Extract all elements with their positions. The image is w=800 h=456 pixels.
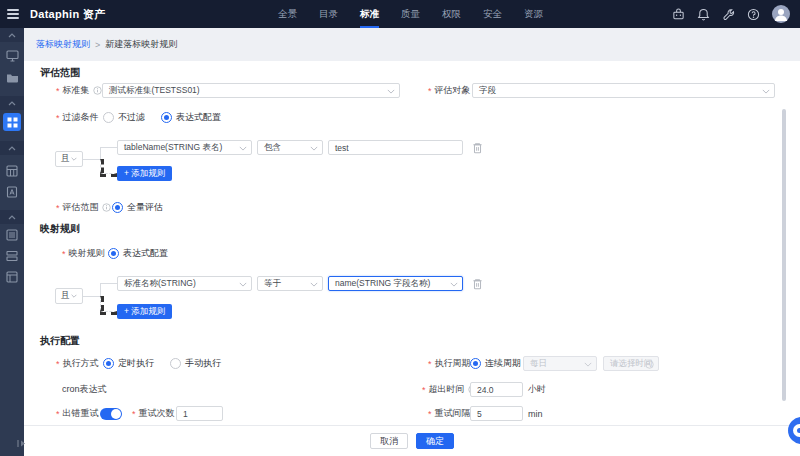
cancel-button[interactable]: 取消 (370, 433, 408, 449)
radio-expression-config[interactable]: 表达式配置 (161, 111, 221, 124)
rule1-value-input[interactable]: test (328, 140, 463, 155)
standard-set-select[interactable]: 测试标准集(TESTSS01) (102, 83, 400, 98)
sidebar-item-list-3[interactable] (0, 271, 24, 283)
connector-line (83, 296, 100, 297)
bell-icon[interactable] (697, 8, 710, 21)
mapping-radio-group: 表达式配置 (108, 246, 168, 260)
chevron-down-icon (71, 157, 77, 161)
retry-toggle-on[interactable] (100, 408, 122, 420)
user-avatar[interactable] (772, 5, 790, 23)
rule1-operator-select[interactable]: 包含 (257, 140, 323, 155)
tool-icon[interactable] (722, 8, 735, 21)
info-icon[interactable] (93, 86, 102, 95)
sidebar-item-list-2[interactable] (0, 250, 24, 262)
sidebar-item-dictionary[interactable] (0, 186, 24, 198)
mapping-rule-label: * 映射规则 (62, 246, 105, 261)
retry-interval-input[interactable]: 5 (470, 406, 523, 421)
confirm-button[interactable]: 确定 (416, 433, 454, 449)
radio-no-filter[interactable]: 不过滤 (103, 111, 145, 124)
nav-overview[interactable]: 全景 (278, 0, 297, 28)
delete-rule-icon[interactable] (472, 142, 483, 154)
rule2-field-select[interactable]: 标准名称(STRING) (117, 276, 252, 291)
required-marker: * (56, 359, 60, 369)
required-marker: * (56, 113, 60, 123)
chevron-down-icon (239, 282, 247, 287)
top-bar: Dataphin 资产 全景 目录 标准 质量 权限 安全 资源 (0, 0, 800, 28)
vertical-scrollbar[interactable] (782, 109, 786, 401)
frequency-select-disabled[interactable]: 每日 (523, 356, 597, 371)
section-title-mapping-rules: 映射规则 (40, 222, 80, 236)
sidebar-item-directory[interactable] (0, 72, 24, 83)
sidebar-group-toggle[interactable] (0, 141, 24, 155)
nav-security[interactable]: 安全 (483, 0, 502, 28)
form-panel: 评估范围 * 标准集 测试标准集(TESTSS01) * 评估对象 字段 * 过… (24, 61, 800, 425)
breadcrumb-parent-link[interactable]: 落标映射规则 (36, 38, 90, 51)
rule2-operator-select[interactable]: 等于 (257, 276, 323, 291)
retry-count-input[interactable]: 1 (176, 406, 223, 421)
breadcrumb: 落标映射规则 > 新建落标映射规则 (24, 28, 800, 61)
eval-scope-label: * 评估范围 (56, 200, 111, 215)
info-icon[interactable] (102, 203, 111, 212)
chevron-up-icon (8, 146, 16, 151)
section-title-eval-scope: 评估范围 (40, 66, 80, 80)
nav-catalog[interactable]: 目录 (319, 0, 338, 28)
nav-resource[interactable]: 资源 (524, 0, 543, 28)
radio-timed-execution[interactable]: 定时执行 (103, 357, 154, 370)
sidebar-item-tables[interactable] (0, 165, 24, 177)
nav-permission[interactable]: 权限 (442, 0, 461, 28)
sidebar-item-dashboard[interactable] (0, 50, 24, 62)
nav-standard[interactable]: 标准 (360, 0, 379, 28)
radio-full-evaluation[interactable]: 全量评估 (112, 201, 163, 214)
conjunction-select-2[interactable]: 且 (55, 288, 83, 304)
connector-line (100, 311, 117, 315)
sidebar-group-toggle[interactable] (0, 28, 24, 42)
nav-quality[interactable]: 质量 (401, 0, 420, 28)
expand-icon (16, 439, 27, 448)
retry-interval-unit: min (528, 406, 543, 421)
rows-icon (6, 250, 18, 262)
timeout-unit: 小时 (528, 382, 546, 397)
radio-manual-execution[interactable]: 手动执行 (170, 357, 221, 370)
chevron-up-icon (8, 33, 16, 38)
radio-icon (112, 202, 123, 213)
radio-mapping-expression[interactable]: 表达式配置 (108, 247, 168, 260)
add-rule-button-2[interactable]: + 添加规则 (117, 304, 172, 319)
conjunction-select-1[interactable]: 且 (55, 151, 83, 167)
standard-set-label: * 标准集 (56, 83, 102, 98)
required-marker: * (132, 409, 136, 419)
radio-icon (470, 358, 481, 369)
hamburger-menu-icon[interactable] (7, 9, 19, 19)
active-indicator (3, 113, 21, 131)
delete-rule-icon[interactable] (472, 278, 483, 290)
radio-icon (170, 358, 181, 369)
book-a-icon (6, 186, 18, 198)
add-rule-button-1[interactable]: + 添加规则 (117, 166, 172, 181)
eval-object-select[interactable]: 字段 (472, 83, 775, 98)
chevron-up-icon (8, 215, 16, 220)
topbar-actions (672, 0, 790, 28)
retry-interval-label: * 重试间隔 (428, 406, 471, 421)
sidebar-group-toggle[interactable] (0, 96, 24, 110)
workbench-icon[interactable] (672, 8, 685, 21)
sidebar-item-list-1[interactable] (0, 229, 24, 241)
section-title-exec-config: 执行配置 (40, 334, 80, 348)
brand-logo[interactable]: Dataphin 资产 (30, 0, 105, 28)
filter-radio-group: 不过滤 表达式配置 (103, 110, 221, 124)
time-picker-disabled[interactable]: 请选择时间 (603, 356, 659, 371)
required-marker: * (56, 409, 60, 419)
sidebar-group-toggle[interactable] (0, 210, 24, 224)
breadcrumb-separator: > (95, 40, 100, 50)
radio-continuous-cycle[interactable]: 连续周期 (470, 357, 521, 370)
radio-icon (103, 358, 114, 369)
connector-line (100, 147, 117, 148)
chevron-down-icon (450, 282, 458, 287)
exec-mode-radio-group: 定时执行 手动执行 (103, 356, 221, 370)
required-marker: * (428, 86, 432, 96)
breadcrumb-current: 新建落标映射规则 (105, 38, 177, 51)
sidebar-expand-handle[interactable] (16, 434, 27, 452)
timeout-input[interactable]: 24.0 (470, 382, 523, 397)
sidebar-item-mapping-rules-active[interactable] (0, 113, 24, 131)
rule1-field-select[interactable]: tableName(STRING 表名) (117, 140, 252, 155)
help-icon[interactable] (747, 8, 760, 21)
rule2-value-select-focused[interactable]: name(STRING 字段名称) (328, 276, 463, 291)
